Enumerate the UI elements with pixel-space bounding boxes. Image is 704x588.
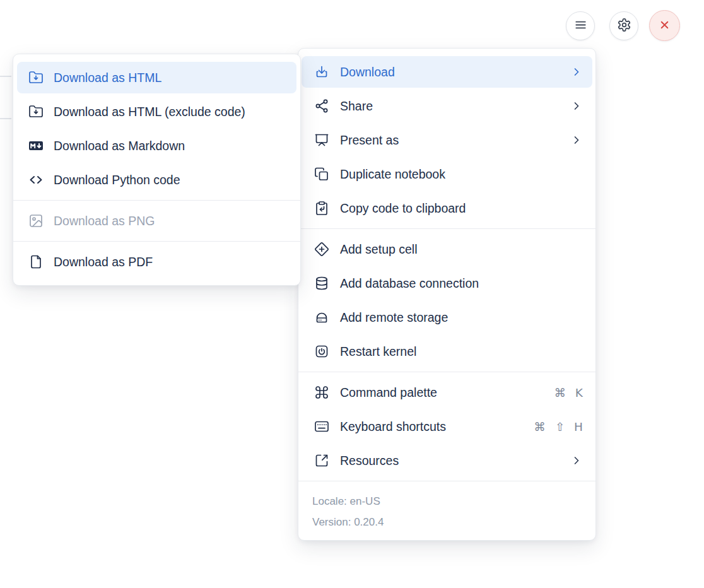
menu-item-label: Download as PNG [54, 214, 155, 228]
image-icon [28, 213, 44, 228]
locale-label: Locale: en-US [312, 491, 592, 512]
folder-down-icon [28, 104, 44, 119]
menu-separator [13, 200, 300, 201]
menu-separator [298, 228, 595, 229]
command-icon [314, 385, 329, 400]
menu-item-label: Download as HTML (exclude code) [54, 105, 245, 119]
menu-item-label: Download as HTML [54, 71, 161, 85]
menu-item-download-png[interactable]: Download as PNG [17, 205, 296, 237]
page-edge-line [0, 118, 11, 119]
database-icon [314, 276, 329, 291]
notebook-menu: Download Share Present as Duplicate note… [298, 48, 596, 541]
chevron-right-icon [570, 66, 583, 78]
menu-separator [298, 481, 595, 481]
menu-item-copy-code[interactable]: Copy code to clipboard [302, 192, 592, 224]
menu-item-download-html-exclude-code[interactable]: Download as HTML (exclude code) [17, 96, 296, 127]
menu-item-label: Copy code to clipboard [340, 201, 466, 216]
folder-down-icon [28, 70, 44, 85]
menu-separator [298, 372, 595, 372]
chevron-right-icon [570, 454, 583, 467]
menu-item-duplicate-notebook[interactable]: Duplicate notebook [302, 158, 592, 190]
shortcut-hint: ⌘ ⇧ H [534, 420, 583, 433]
notebook-menu-button[interactable] [566, 11, 595, 40]
external-link-icon [314, 453, 329, 468]
chevron-right-icon [570, 134, 583, 146]
menu-item-add-setup-cell[interactable]: Add setup cell [302, 233, 592, 265]
hard-drive-icon [314, 310, 329, 325]
code-icon [28, 172, 44, 187]
version-label: Version: 0.20.4 [312, 512, 592, 532]
menu-item-label: Download as PDF [54, 255, 153, 269]
menu-item-add-database[interactable]: Add database connection [302, 268, 592, 299]
menu-item-download-markdown[interactable]: Download as Markdown [17, 130, 296, 162]
diamond-plus-icon [314, 242, 329, 257]
shutdown-button[interactable] [649, 10, 680, 41]
menu-item-label: Restart kernel [340, 344, 416, 359]
menu-item-label: Add setup cell [340, 242, 418, 257]
download-icon [314, 64, 329, 79]
menu-item-download-pdf[interactable]: Download as PDF [17, 246, 296, 278]
square-power-icon [314, 344, 329, 359]
file-icon [28, 254, 44, 269]
gear-icon [617, 18, 631, 34]
menu-item-add-remote-storage[interactable]: Add remote storage [302, 302, 592, 333]
menu-item-label: Add database connection [340, 276, 479, 291]
menu-item-restart-kernel[interactable]: Restart kernel [302, 336, 592, 367]
menu-item-download-python[interactable]: Download Python code [17, 164, 296, 196]
clipboard-copy-icon [314, 201, 329, 216]
menu-item-command-palette[interactable]: Command palette ⌘ K [302, 377, 592, 408]
page-edge-line [0, 76, 11, 77]
close-icon [657, 18, 672, 34]
menu-item-label: Add remote storage [340, 310, 448, 325]
menu-item-label: Resources [340, 454, 399, 468]
shortcut-hint: ⌘ K [554, 386, 583, 399]
menu-item-label: Duplicate notebook [340, 167, 445, 182]
menu-item-label: Present as [340, 133, 399, 148]
menu-item-download[interactable]: Download [302, 56, 592, 88]
menu-item-keyboard-shortcuts[interactable]: Keyboard shortcuts ⌘ ⇧ H [302, 411, 592, 442]
chevron-right-icon [570, 100, 583, 112]
menu-footer: Locale: en-US Version: 0.20.4 [302, 486, 592, 535]
presentation-icon [314, 132, 329, 148]
markdown-icon [28, 138, 44, 153]
menu-item-label: Keyboard shortcuts [340, 420, 446, 434]
menu-item-label: Download [340, 65, 395, 79]
menu-item-label: Command palette [340, 385, 437, 400]
menu-item-label: Download Python code [54, 173, 180, 187]
menu-item-resources[interactable]: Resources [302, 445, 592, 476]
menu-item-present-as[interactable]: Present as [302, 124, 592, 156]
settings-button[interactable] [609, 11, 638, 40]
menu-item-share[interactable]: Share [302, 90, 592, 122]
menu-separator [13, 241, 300, 242]
hamburger-icon [573, 18, 588, 34]
menu-item-download-html[interactable]: Download as HTML [17, 62, 296, 93]
menu-item-label: Share [340, 99, 373, 114]
copy-icon [314, 167, 329, 182]
menu-item-label: Download as Markdown [54, 139, 185, 153]
share-icon [314, 98, 329, 114]
keyboard-icon [314, 419, 329, 434]
download-submenu: Download as HTML Download as HTML (exclu… [13, 54, 301, 286]
